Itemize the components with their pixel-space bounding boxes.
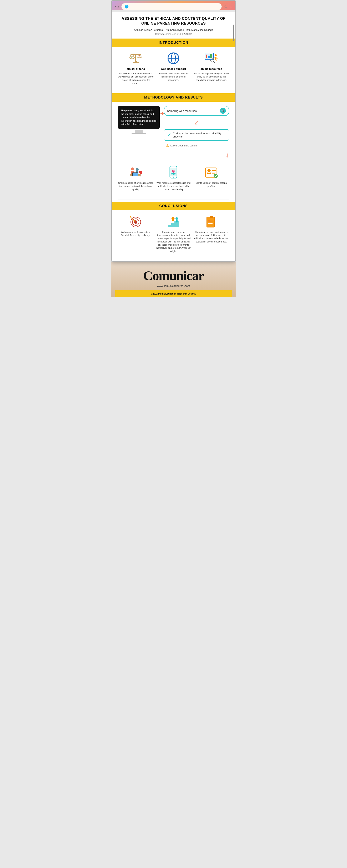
concl-desc-definitions: There is an urgent need to arrive at com… bbox=[194, 230, 229, 244]
svg-rect-2 bbox=[135, 61, 137, 62]
conclusions-section-header: CONCLUSIONS bbox=[112, 202, 235, 210]
svg-text:✗: ✗ bbox=[138, 55, 140, 58]
meth-desc-web-resource: Web resource characteristics and ethical… bbox=[156, 181, 191, 191]
intro-desc-online: will be the object of analysis of the st… bbox=[194, 72, 229, 82]
computer-base bbox=[132, 133, 146, 134]
journal-copyright: ©2022 Media Education Research Journal bbox=[115, 290, 232, 297]
computer-block-wrapper: The present study examined, for the firs… bbox=[118, 106, 160, 134]
close-button[interactable]: × bbox=[230, 5, 232, 8]
definitions-icon bbox=[205, 214, 217, 229]
search-button[interactable]: 🔍 bbox=[220, 108, 226, 114]
svg-point-38 bbox=[139, 171, 141, 173]
methodology-top: The present study examined, for the firs… bbox=[118, 106, 229, 159]
address-bar[interactable]: 🌐 bbox=[122, 3, 222, 10]
browser-nav-buttons: ‹ › bbox=[115, 4, 119, 9]
globe-icon: 🌐 bbox=[125, 5, 129, 8]
improvement-icon bbox=[167, 214, 180, 229]
svg-rect-61 bbox=[171, 223, 174, 227]
svg-point-21 bbox=[215, 54, 217, 56]
meth-item-web-resource: Web resource characteristics and ethical… bbox=[156, 165, 191, 191]
ethical-criteria-icon: ✓ ✗ bbox=[130, 51, 142, 66]
journal-logo: Comunicar bbox=[115, 268, 232, 283]
svg-rect-60 bbox=[168, 225, 171, 227]
checklist-box: ✓ Coding scheme evaluation and reliabili… bbox=[164, 129, 229, 141]
intro-item-web: web-based support means of consultation … bbox=[156, 51, 191, 85]
svg-line-24 bbox=[217, 58, 217, 59]
journal-website[interactable]: www.comunicarjournal.com bbox=[115, 284, 232, 287]
svg-point-45 bbox=[173, 176, 174, 178]
svg-rect-19 bbox=[208, 56, 210, 58]
arrow-down-right-icon: ↓ bbox=[226, 151, 229, 159]
methodology-section-header: METHODOLOGY AND RESULTS bbox=[112, 93, 235, 102]
svg-line-25 bbox=[215, 60, 215, 61]
svg-rect-64 bbox=[176, 220, 178, 222]
checkmark-icon: ✓ bbox=[167, 132, 171, 138]
computer-stand bbox=[135, 130, 143, 133]
svg-point-63 bbox=[175, 217, 178, 220]
doi-link[interactable]: https://doi.org/10.3916/C54-2018-02 bbox=[118, 33, 229, 35]
svg-text:✓: ✓ bbox=[131, 56, 133, 59]
intro-title-web: web-based support bbox=[161, 67, 186, 70]
svg-rect-41 bbox=[173, 174, 174, 175]
meth-item-identification: Identification of content criteria profi… bbox=[194, 165, 229, 191]
online-resources-icon bbox=[204, 51, 218, 66]
arrow-down-left-icon: ↙ bbox=[194, 119, 199, 126]
bookmark-icon[interactable]: ☆ bbox=[224, 4, 228, 9]
concl-item-improvement: There is much room for improvement in bo… bbox=[156, 214, 191, 253]
intro-desc-ethical: will be one of the items on which we wil… bbox=[118, 72, 153, 85]
intro-title-ethical: ethical criteria bbox=[127, 67, 145, 70]
concl-item-definitions: There is an urgent need to arrive at com… bbox=[194, 214, 229, 253]
scrollbar[interactable] bbox=[233, 25, 234, 41]
browser-window: ‹ › 🌐 ☆ × ASSESSING THE ETHICAL AND CONT… bbox=[111, 0, 236, 262]
svg-rect-0 bbox=[135, 55, 136, 62]
concl-desc-improvement: There is much room for improvement in bo… bbox=[156, 230, 191, 253]
svg-rect-35 bbox=[133, 173, 138, 176]
web-support-icon bbox=[167, 51, 180, 66]
browser-content: ASSESSING THE ETHICAL AND CONTENT QUALIT… bbox=[112, 12, 235, 261]
svg-point-29 bbox=[131, 167, 134, 170]
back-button[interactable]: ‹ bbox=[115, 4, 116, 9]
search-box: Sampling web resources 🔍 bbox=[164, 106, 229, 116]
intro-grid: ✓ ✗ ethical criteria will be one of the … bbox=[118, 47, 229, 89]
methodology-right: ➜ Sampling web resources 🔍 ↙ bbox=[164, 106, 229, 159]
intro-item-ethical: ✓ ✗ ethical criteria will be one of the … bbox=[118, 51, 153, 85]
conclusions-grid: Web resources for parents in Spanish fac… bbox=[118, 210, 229, 257]
challenge-icon bbox=[130, 214, 142, 229]
forward-button[interactable]: › bbox=[118, 4, 119, 9]
svg-point-31 bbox=[136, 168, 139, 171]
meth-desc-identification: Identification of content criteria profi… bbox=[194, 181, 229, 188]
content-wrapper: ASSESSING THE ETHICAL AND CONTENT QUALIT… bbox=[112, 12, 235, 261]
identification-icon bbox=[204, 165, 218, 180]
warning-icon: ⚠ bbox=[166, 144, 169, 148]
browser-titlebar: ‹ › 🌐 ☆ × bbox=[115, 3, 232, 10]
meth-item-characteristics: Characteristics of online resources for … bbox=[118, 165, 153, 191]
svg-rect-67 bbox=[210, 216, 213, 218]
svg-line-28 bbox=[214, 62, 215, 63]
svg-line-59 bbox=[130, 216, 131, 217]
characteristics-icon bbox=[129, 165, 143, 180]
svg-rect-18 bbox=[206, 55, 207, 58]
web-resource-icon bbox=[168, 165, 179, 180]
svg-rect-22 bbox=[215, 57, 216, 60]
ethical-note: ⚠ Ethical criteria and content bbox=[164, 144, 229, 148]
methodology-bottom-grid: Characteristics of online resources for … bbox=[118, 165, 229, 193]
concl-desc-challenge: Web resources for parents in Spanish fac… bbox=[118, 230, 153, 237]
svg-rect-20 bbox=[210, 54, 212, 58]
methodology-content: The present study examined, for the firs… bbox=[118, 102, 229, 197]
journal-footer: Comunicar www.comunicarjournal.com ©2022… bbox=[111, 262, 236, 297]
concl-item-challenge: Web resources for parents in Spanish fac… bbox=[118, 214, 153, 253]
intro-item-online: online resources will be the object of a… bbox=[194, 51, 229, 85]
browser-chrome: ‹ › 🌐 ☆ × bbox=[112, 1, 235, 10]
authors: Arminda Suárez Perdomo · Dra. Sonia Byrn… bbox=[118, 29, 229, 31]
intro-desc-web: means of consultation in which families … bbox=[156, 72, 191, 82]
page-title: ASSESSING THE ETHICAL AND CONTENT QUALIT… bbox=[118, 16, 229, 26]
meth-desc-characteristics: Characteristics of online resources for … bbox=[118, 181, 153, 191]
intro-section-header: INTRODUCTION bbox=[112, 38, 235, 47]
computer-block: The present study examined, for the firs… bbox=[118, 106, 160, 129]
intro-title-online: online resources bbox=[201, 67, 222, 70]
svg-point-48 bbox=[208, 170, 210, 172]
svg-line-26 bbox=[216, 60, 216, 61]
